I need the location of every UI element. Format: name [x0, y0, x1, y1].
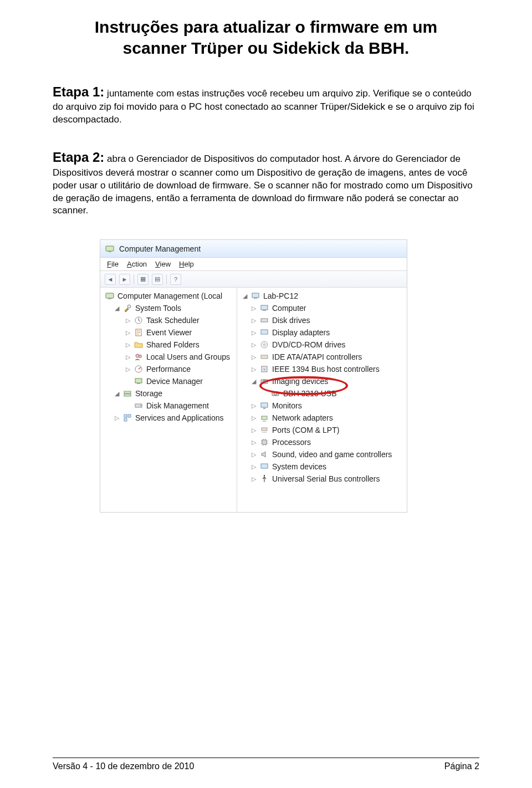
page-title: Instruções para atualizar o firmware em …: [53, 17, 479, 58]
expander-icon[interactable]: ◢: [114, 390, 120, 397]
expander-icon[interactable]: ▷: [250, 305, 257, 312]
tree-item[interactable]: ◢Storage: [103, 387, 237, 400]
tree-item[interactable]: ▷Task Scheduler: [103, 314, 237, 326]
screenshot-body: Computer Management (Local ◢System Tools…: [100, 288, 407, 512]
menu-help[interactable]: Help: [176, 259, 197, 269]
tree-label: Disk Management: [146, 401, 209, 410]
back-icon[interactable]: ◄: [105, 274, 116, 285]
tree-root-right[interactable]: ◢Lab-PC12: [239, 290, 407, 302]
display-icon: [259, 328, 269, 337]
tree-item-highlighted[interactable]: BBH 3210 USB: [239, 387, 407, 400]
expander-icon[interactable]: ◢: [114, 305, 120, 312]
network-icon: [259, 413, 269, 423]
tree-item[interactable]: ▷Computer: [239, 302, 407, 314]
expander-icon[interactable]: ▷: [250, 354, 257, 361]
list-icon[interactable]: ▤: [152, 274, 163, 285]
expander-icon[interactable]: ▷: [250, 366, 257, 373]
tree-item[interactable]: ▷Performance: [103, 363, 237, 375]
right-tree-pane: ◢Lab-PC12 ▷Computer ▷Disk drives ▷Displa…: [237, 288, 407, 512]
expander-icon[interactable]: ▷: [250, 463, 257, 470]
forward-icon[interactable]: ►: [119, 274, 130, 285]
event-icon: [134, 328, 144, 337]
tree-item[interactable]: ▷Display adapters: [239, 326, 407, 339]
expander-icon[interactable]: ▷: [125, 366, 131, 373]
tree-item[interactable]: ▷Shared Folders: [103, 339, 237, 351]
tree-item[interactable]: ▷Monitors: [239, 400, 407, 412]
tree-item[interactable]: ◢Imaging devices: [239, 375, 407, 387]
expander-icon[interactable]: ▷: [125, 329, 131, 336]
menu-file[interactable]: File: [104, 259, 122, 269]
tree-item[interactable]: ▷Network adapters: [239, 412, 407, 424]
expander-icon[interactable]: ◢: [242, 293, 248, 300]
tree-item[interactable]: ▷Disk drives: [239, 314, 407, 326]
tree-label: Shared Folders: [146, 340, 200, 349]
svg-rect-22: [263, 310, 266, 311]
device-mgr-icon: [134, 376, 144, 386]
tree-label: System devices: [272, 462, 326, 471]
expander-icon[interactable]: ▷: [250, 451, 257, 458]
window-titlebar: Computer Management: [100, 240, 407, 258]
expander-icon[interactable]: ▷: [250, 341, 257, 349]
svg-rect-37: [262, 428, 267, 431]
tree-item[interactable]: Disk Management: [103, 400, 237, 412]
svg-rect-24: [261, 330, 268, 334]
step1-paragraph: Etapa 1: juntamente com estas instruções…: [53, 83, 479, 126]
tree-label: IDE ATA/ATAPI controllers: [272, 352, 362, 361]
expander-icon[interactable]: ▷: [250, 427, 257, 434]
tree-root-left[interactable]: Computer Management (Local: [103, 290, 237, 302]
toolbar-separator: [134, 274, 134, 284]
expander-icon[interactable]: ▷: [250, 415, 257, 422]
svg-rect-3: [108, 298, 111, 299]
tree-item[interactable]: ▷Event Viewer: [103, 326, 237, 339]
tree-label: Task Scheduler: [146, 316, 200, 325]
step2-paragraph: Etapa 2: abra o Gerenciador de Dispositi…: [53, 149, 479, 217]
clock-icon: [134, 315, 144, 325]
tree-item[interactable]: ▷Services and Applications: [103, 412, 237, 424]
expander-icon[interactable]: ▷: [250, 317, 257, 324]
tree-item[interactable]: ▷IDE ATA/ATAPI controllers: [239, 351, 407, 363]
svg-rect-36: [262, 416, 267, 419]
expander-icon[interactable]: ▷: [250, 329, 257, 336]
tree-item[interactable]: ▷YIEEE 1394 Bus host controllers: [239, 363, 407, 375]
svg-rect-16: [124, 415, 127, 417]
tree-item[interactable]: ▷Universal Serial Bus controllers: [239, 473, 407, 485]
expander-icon[interactable]: ▷: [250, 439, 257, 446]
toolbar: ◄ ► ▦ ▤ ?: [100, 271, 407, 288]
performance-icon: [134, 364, 144, 374]
grid-icon[interactable]: ▦: [137, 274, 149, 285]
tree-item[interactable]: ◢System Tools: [103, 302, 237, 314]
tree-item[interactable]: ▷System devices: [239, 460, 407, 473]
tree-item[interactable]: ▷Local Users and Groups: [103, 351, 237, 363]
menu-view[interactable]: View: [152, 259, 174, 269]
tree-label: Monitors: [272, 401, 302, 410]
step2-label: Etapa 2:: [53, 150, 104, 165]
tree-item[interactable]: ▷Ports (COM & LPT): [239, 424, 407, 436]
folder-icon: [134, 340, 144, 350]
tree-item[interactable]: ▷DVD/CD-ROM drives: [239, 339, 407, 351]
tree-label: System Tools: [135, 304, 181, 313]
expander-icon[interactable]: ▷: [250, 475, 257, 483]
expander-icon[interactable]: ▷: [125, 317, 131, 324]
monitor-icon: [259, 401, 269, 411]
title-line1: Instruções para atualizar o firmware em …: [95, 18, 438, 36]
tree-label: Processors: [272, 438, 311, 447]
storage-icon: [122, 388, 132, 398]
dvd-icon: [259, 340, 269, 350]
tree-label: Imaging devices: [272, 377, 328, 386]
tree-item[interactable]: ▷Processors: [239, 436, 407, 448]
expander-icon[interactable]: ◢: [250, 378, 257, 385]
expander-icon[interactable]: ▷: [250, 402, 257, 410]
expander-icon[interactable]: ▷: [125, 354, 131, 361]
menu-action[interactable]: Action: [124, 259, 150, 269]
expander-icon[interactable]: ▷: [114, 415, 120, 422]
tree-label: BBH 3210 USB: [283, 389, 337, 398]
expander-icon[interactable]: ▷: [125, 341, 131, 349]
imaging-icon: [259, 376, 269, 386]
tree-label: DVD/CD-ROM drives: [272, 340, 345, 349]
svg-rect-2: [106, 293, 114, 298]
svg-rect-17: [128, 415, 131, 417]
footer-page: Página 2: [444, 761, 479, 771]
tree-item[interactable]: Device Manager: [103, 375, 237, 387]
tree-item[interactable]: ▷Sound, video and game controllers: [239, 448, 407, 460]
help-icon[interactable]: ?: [170, 274, 181, 285]
